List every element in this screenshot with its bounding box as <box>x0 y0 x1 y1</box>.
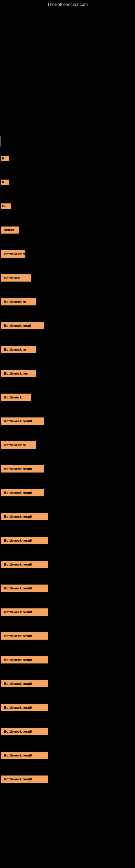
result-item-27: Bottleneck result <box>0 767 135 791</box>
result-item-8: Bottleneck resul <box>0 314 135 337</box>
result-badge-8[interactable]: Bottleneck resul <box>1 322 44 329</box>
cursor-line <box>1 135 1 147</box>
result-item-25: Bottleneck result <box>0 719 135 743</box>
result-item-11: Bottleneck <box>0 385 135 409</box>
result-badge-23[interactable]: Bottleneck result <box>1 680 48 687</box>
result-item-15: Bottleneck result <box>0 480 135 504</box>
result-badge-15[interactable]: Bottleneck result <box>1 489 44 496</box>
result-item-5: Bottleneck d <box>0 242 135 266</box>
result-item-24: Bottleneck result <box>0 695 135 719</box>
result-badge-17[interactable]: Bottleneck result <box>1 537 48 544</box>
result-badge-22[interactable]: Bottleneck result <box>1 656 48 663</box>
site-title: TheBottlenecker.com <box>0 0 135 8</box>
result-badge-14[interactable]: Bottleneck result <box>1 465 44 472</box>
result-item-10: Bottleneck res <box>0 361 135 385</box>
result-badge-12[interactable]: Bottleneck result <box>1 417 44 425</box>
result-badge-3[interactable]: Bo <box>1 204 11 209</box>
result-badge-4[interactable]: Bottler <box>1 226 18 234</box>
result-item-13: Bottleneck re <box>0 433 135 457</box>
result-badge-19[interactable]: Bottleneck result <box>1 585 48 592</box>
result-item-9: Bottleneck re <box>0 337 135 361</box>
result-item-19: Bottleneck result <box>0 576 135 600</box>
result-badge-7[interactable]: Bottleneck re <box>1 298 36 305</box>
result-badge-27[interactable]: Bottleneck result <box>1 775 48 783</box>
result-item-20: Bottleneck result <box>0 600 135 624</box>
result-badge-26[interactable]: Bottleneck result <box>1 752 48 759</box>
result-item-2: E <box>0 170 135 194</box>
result-item-3: Bo <box>0 194 135 218</box>
result-badge-11[interactable]: Bottleneck <box>1 394 31 401</box>
result-item-12: Bottleneck result <box>0 409 135 433</box>
result-badge-21[interactable]: Bottleneck result <box>1 632 48 640</box>
result-item-23: Bottleneck result <box>0 672 135 695</box>
result-item-21: Bottleneck result <box>0 624 135 648</box>
result-item-4: Bottler <box>0 218 135 242</box>
result-item-14: Bottleneck result <box>0 457 135 480</box>
result-badge-16[interactable]: Bottleneck result <box>1 513 48 520</box>
result-item-1: B <box>0 147 135 170</box>
result-badge-6[interactable]: Bottlenec <box>1 274 31 282</box>
result-item-6: Bottlenec <box>0 266 135 290</box>
result-item-7: Bottleneck re <box>0 290 135 314</box>
result-badge-24[interactable]: Bottleneck result <box>1 704 48 711</box>
result-badge-13[interactable]: Bottleneck re <box>1 441 36 448</box>
result-badge-20[interactable]: Bottleneck result <box>1 609 48 616</box>
result-item-22: Bottleneck result <box>0 648 135 672</box>
result-item-17: Bottleneck result <box>0 528 135 552</box>
top-chart-area <box>0 8 135 138</box>
result-badge-18[interactable]: Bottleneck result <box>1 561 48 568</box>
result-badge-25[interactable]: Bottleneck result <box>1 728 48 735</box>
result-badge-2[interactable]: E <box>1 180 9 185</box>
result-item-26: Bottleneck result <box>0 743 135 767</box>
result-item-18: Bottleneck result <box>0 552 135 576</box>
result-badge-9[interactable]: Bottleneck re <box>1 346 36 353</box>
results-container: BEBoBottlerBottleneck dBottlenecBottlene… <box>0 147 135 791</box>
result-badge-10[interactable]: Bottleneck res <box>1 370 36 377</box>
result-badge-5[interactable]: Bottleneck d <box>1 250 26 258</box>
result-item-16: Bottleneck result <box>0 504 135 528</box>
result-badge-1[interactable]: B <box>1 156 9 161</box>
